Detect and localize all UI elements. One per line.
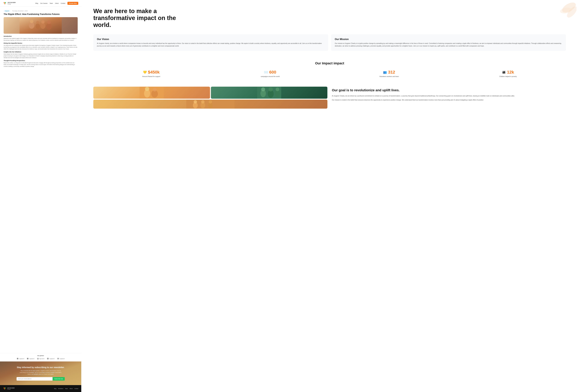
footer-link-contact[interactable]: Contact: [74, 388, 78, 389]
partner-logo-3: logo ipsum: [37, 357, 45, 360]
mission-title: Our Mission: [335, 38, 562, 41]
impact-stat-4: 👨‍👩‍👧 12k Children helped in poverty: [450, 70, 566, 78]
nav-link-causes[interactable]: Our Causes: [40, 2, 48, 4]
svg-point-8: [36, 21, 39, 24]
svg-point-0: [4, 2, 5, 3]
svg-point-7: [36, 23, 40, 29]
partner-logo-2: Logoipsum: [27, 357, 34, 360]
svg-point-40: [201, 100, 204, 103]
svg-point-13: [17, 358, 18, 359]
stat-label-3: Volunteers workers and team: [379, 76, 399, 78]
partner-icon-2: [27, 357, 29, 360]
navbar: JOYGIVER Charity Blog Our Causes Team Ab…: [0, 0, 81, 7]
footer-brand-title: JOYGIVER: [7, 387, 15, 389]
svg-rect-14: [27, 358, 28, 359]
stat-label-4: Children helped in poverty: [499, 76, 517, 78]
article-title: The Ripple Effect: How Fundraising Trans…: [4, 13, 78, 16]
svg-marker-15: [37, 358, 39, 359]
vision-title: Our Vision: [97, 38, 325, 41]
nav-link-team[interactable]: Team: [49, 2, 53, 4]
svg-point-12: [47, 20, 51, 24]
partners-logos: Logoipsum Logoipsum logo ipsum Logoipsum: [3, 357, 78, 360]
stat-top-4: 👨‍👩‍👧 12k: [502, 70, 514, 75]
mission-text: Our mission at Joygiver Charity is to ig…: [335, 42, 562, 47]
footer-logo-area: JOYGIVER Charity: [3, 387, 15, 390]
footer-link-blog[interactable]: Blog: [54, 388, 56, 389]
article-tag: Support: [4, 10, 10, 12]
footer-logo-icon: [3, 387, 6, 390]
section4-text: Beyond the surface, our blog aims to sti…: [4, 62, 78, 67]
left-panel: JOYGIVER Charity Blog Our Causes Team Ab…: [0, 0, 81, 392]
goal-content: Our goal is to revolutionize and uplift …: [332, 87, 566, 103]
logo-text: JOYGIVER Charity: [7, 2, 16, 5]
partner-name-4: Logoipsum: [49, 358, 54, 359]
goal-text-1: At Joygiver Charity, we are driven by a …: [332, 95, 566, 97]
svg-point-31: [261, 87, 265, 91]
impact-stat-2: ✉️ 600 campaigns around the world: [212, 70, 328, 78]
impact-section: Our Impact impact 💛 $450k Amount Raised …: [81, 57, 578, 82]
partner-icon-5: [57, 357, 59, 360]
stat-number-3: 312: [388, 70, 395, 75]
intro-text: Welcome to the rhythmic pages of the Joy…: [4, 38, 78, 41]
impact-stat-1: 💛 $450k Amount Raised for support: [93, 70, 209, 78]
footer-left: JOYGIVER Charity Blog Donations Team Abo…: [0, 385, 81, 392]
vision-card: Our Vision At Joygiver charity, we envis…: [93, 34, 328, 51]
hero-decoration: [552, 1, 577, 26]
partner-logo-4: Logoipsum: [47, 357, 54, 360]
hero-section: We are here to make a transformative imp…: [81, 0, 578, 34]
donate-button[interactable]: Donate Now: [67, 2, 78, 5]
goal-section: Our goal is to revolutionize and uplift …: [81, 82, 578, 115]
goal-image-2: [211, 87, 328, 99]
partner-icon-4: [47, 357, 49, 360]
goal-title: Our goal is to revolutionize and uplift …: [332, 88, 566, 92]
goal-img-svg-1: [93, 87, 210, 99]
article-date: Thursday, December 7, 2023: [12, 10, 28, 12]
right-panel: We are here to make a transformative imp…: [81, 0, 578, 392]
stat-top-2: ✉️ 600: [264, 70, 276, 75]
footer-link-donations[interactable]: Donations: [58, 388, 63, 389]
goal-img-svg-2: [211, 87, 328, 99]
svg-point-33: [269, 87, 273, 91]
impact-stats: 💛 $450k Amount Raised for support ✉️ 600…: [93, 70, 566, 78]
mission-card: Our Mission Our mission at Joygiver Char…: [331, 34, 566, 51]
goal-image-1: [93, 87, 210, 99]
footer-link-about[interactable]: About: [70, 388, 73, 389]
stat-label-2: campaigns around the world: [261, 76, 280, 78]
goal-text-2: Our mission is rooted in the belief that…: [332, 99, 566, 101]
intro-heading: Introduction:: [4, 36, 78, 37]
svg-point-19: [5, 388, 6, 389]
svg-point-26: [145, 87, 149, 91]
footer-brand-text: JOYGIVER Charity: [7, 387, 15, 390]
logo-title: JOYGIVER: [7, 2, 16, 3]
footer-link-team[interactable]: Team: [65, 388, 68, 389]
goal-img-svg-3: [93, 100, 327, 109]
logo-area: JOYGIVER Charity: [3, 1, 16, 5]
stat-emoji-1: 💛: [143, 70, 147, 74]
stat-emoji-4: 👨‍👩‍👧: [502, 70, 506, 74]
newsletter-title: Stay informed by subscribing to our news…: [3, 366, 78, 369]
nav-link-blog[interactable]: Blog: [35, 2, 38, 4]
partner-icon-1: [17, 357, 19, 360]
partners-section: Our partner Logoipsum Logoipsum logo ips…: [0, 353, 81, 361]
section2-text: Our blog serves as a canvas for the myri…: [4, 44, 78, 50]
nav-links: Blog Our Causes Team About Contact Donat…: [35, 2, 78, 5]
nav-link-contact[interactable]: Contact: [61, 2, 65, 4]
section2-heading: Diving into Impactful Stories:: [4, 43, 78, 44]
nav-link-about[interactable]: About: [55, 2, 58, 4]
logo-icon: [3, 1, 7, 5]
vision-text: At Joygiver charity, we envision a world…: [97, 42, 325, 47]
svg-point-1: [5, 2, 6, 3]
svg-point-35: [276, 87, 279, 91]
footer-brand-sub: Charity: [7, 389, 15, 390]
article-meta: Support Thursday, December 7, 2023: [4, 9, 78, 13]
newsletter-form: Subscribe now: [17, 377, 65, 381]
subscribe-button[interactable]: Subscribe now: [52, 377, 65, 381]
impact-stat-3: 👥 312 Volunteers workers and team: [331, 70, 447, 78]
article-image-svg: [4, 17, 78, 34]
svg-point-38: [194, 100, 197, 103]
svg-point-28: [153, 88, 156, 91]
partner-name-1: Logoipsum: [19, 358, 24, 359]
goal-image-3: [93, 100, 327, 109]
svg-point-6: [30, 20, 33, 23]
email-input[interactable]: [17, 377, 52, 381]
